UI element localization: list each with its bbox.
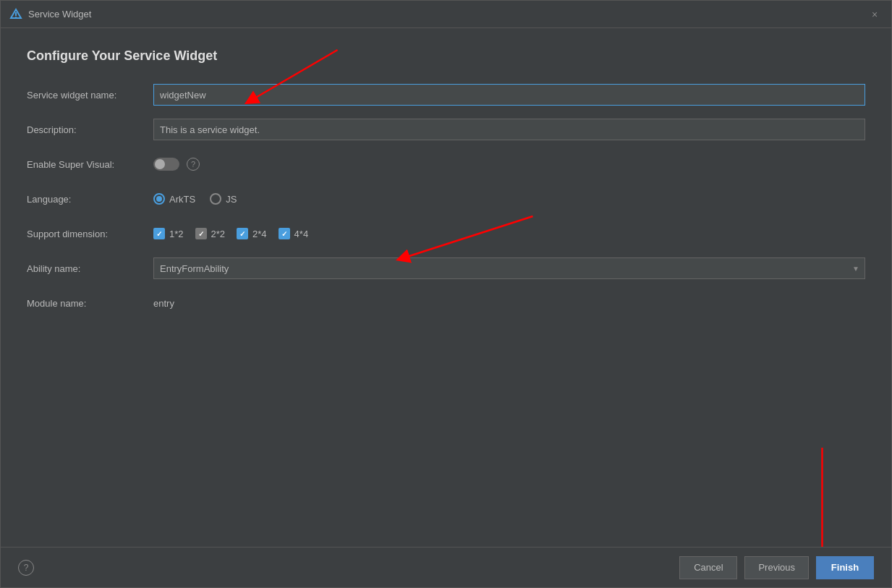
ability-name-label: Ability name:: [27, 263, 153, 274]
module-name-value: entry: [153, 298, 174, 309]
super-visual-help-icon[interactable]: ?: [187, 158, 200, 171]
dialog-container: Service Widget × Configure Your Service …: [0, 0, 892, 588]
finish-button[interactable]: Finish: [816, 556, 874, 579]
support-dimension-row: Support dimension: ✓ 1*2 ✓ 2*2: [27, 223, 865, 244]
dimension-2x4-checkbox: ✓: [237, 228, 248, 239]
description-label: Description:: [27, 124, 153, 135]
arkts-radio-label: ArkTS: [169, 194, 195, 205]
footer-help-icon[interactable]: ?: [18, 560, 34, 576]
dimension-4x4-option[interactable]: ✓ 4*4: [279, 228, 309, 239]
language-arkts-option[interactable]: ArkTS: [153, 193, 195, 205]
dimension-1x2-option[interactable]: ✓ 1*2: [153, 228, 184, 239]
dimension-4x4-label: 4*4: [294, 229, 309, 239]
title-bar-left: Service Widget: [9, 8, 91, 21]
ability-name-control: EntryFormAbility ▼: [153, 257, 865, 279]
dimension-checkbox-group: ✓ 1*2 ✓ 2*2 ✓ 2*4: [153, 228, 865, 239]
arkts-radio-dot: [156, 196, 162, 202]
footer-left: ?: [18, 560, 34, 576]
ability-name-select-wrapper: EntryFormAbility ▼: [153, 257, 865, 279]
annotation-arrow-3: [1, 404, 891, 547]
service-widget-name-input[interactable]: [153, 84, 865, 106]
language-label: Language:: [27, 194, 153, 205]
dimension-2x4-checkmark: ✓: [239, 230, 245, 238]
service-widget-name-label: Service widget name:: [27, 90, 153, 101]
dimension-2x2-option[interactable]: ✓ 2*2: [195, 228, 226, 239]
dimension-4x4-checkmark: ✓: [281, 230, 287, 238]
dimension-1x2-label: 1*2: [169, 229, 184, 239]
ability-name-row: Ability name: EntryFormAbility ▼: [27, 257, 865, 279]
super-visual-toggle[interactable]: [153, 158, 179, 171]
toggle-row: ?: [153, 158, 865, 171]
language-js-option[interactable]: JS: [210, 193, 237, 205]
dimension-2x2-label: 2*2: [211, 229, 226, 239]
support-dimension-label: Support dimension:: [27, 229, 153, 239]
toggle-thumb: [155, 159, 165, 169]
language-control: ArkTS JS: [153, 193, 865, 205]
js-radio-circle: [210, 193, 221, 205]
ability-name-select[interactable]: EntryFormAbility: [153, 257, 865, 279]
page-title: Configure Your Service Widget: [27, 48, 865, 64]
dimension-1x2-checkbox: ✓: [153, 228, 165, 239]
dimension-2x2-checkmark: ✓: [198, 230, 204, 238]
module-name-label: Module name:: [27, 298, 153, 309]
app-logo-icon: [9, 8, 22, 21]
dialog-footer: ? Cancel Previous Finish: [1, 547, 891, 587]
enable-super-visual-control: ?: [153, 158, 865, 171]
description-input[interactable]: [153, 119, 865, 140]
toggle-track: [153, 158, 179, 171]
dialog-title: Service Widget: [28, 9, 91, 20]
service-widget-name-row: Service widget name:: [27, 84, 865, 106]
cancel-button[interactable]: Cancel: [679, 556, 737, 579]
footer-right: Cancel Previous Finish: [679, 556, 874, 579]
title-bar: Service Widget ×: [1, 1, 891, 28]
previous-button[interactable]: Previous: [744, 556, 809, 579]
js-radio-label: JS: [226, 194, 237, 205]
module-name-control: entry: [153, 298, 865, 309]
description-row: Description:: [27, 119, 865, 140]
arkts-radio-circle: [153, 193, 165, 205]
language-radio-group: ArkTS JS: [153, 193, 865, 205]
module-name-row: Module name: entry: [27, 292, 865, 314]
dialog-content: Configure Your Service Widget Service wi…: [1, 28, 891, 547]
enable-super-visual-label: Enable Super Visual:: [27, 159, 153, 170]
dimension-2x4-option[interactable]: ✓ 2*4: [237, 228, 267, 239]
description-control: [153, 119, 865, 140]
dimension-1x2-checkmark: ✓: [156, 230, 162, 238]
language-row: Language: ArkTS JS: [27, 188, 865, 210]
service-widget-name-control: [153, 84, 865, 106]
enable-super-visual-row: Enable Super Visual: ?: [27, 153, 865, 175]
dimension-4x4-checkbox: ✓: [279, 228, 290, 239]
support-dimension-control: ✓ 1*2 ✓ 2*2 ✓ 2*4: [153, 228, 865, 239]
dimension-2x4-label: 2*4: [252, 229, 267, 239]
dimension-2x2-checkbox: ✓: [195, 228, 207, 239]
svg-point-2: [15, 16, 17, 17]
close-button[interactable]: ×: [867, 7, 883, 22]
